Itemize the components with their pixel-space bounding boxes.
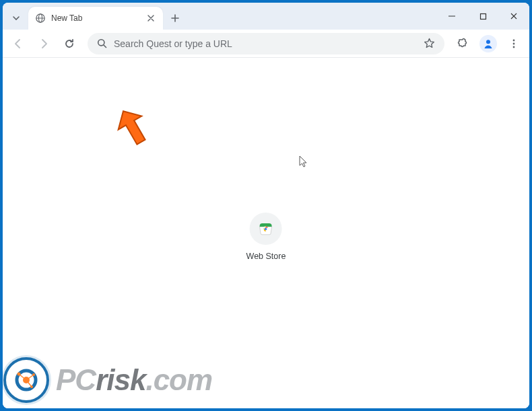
reload-icon	[63, 38, 75, 50]
globe-icon	[35, 13, 46, 24]
nav-reload-button[interactable]	[58, 32, 81, 55]
plus-icon	[170, 13, 180, 23]
svg-rect-4	[480, 13, 486, 19]
mouse-cursor	[299, 155, 308, 169]
watermark-badge-icon	[3, 357, 49, 403]
menu-button[interactable]	[502, 32, 525, 55]
window-close-button[interactable]	[498, 3, 529, 30]
profile-button[interactable]	[477, 32, 500, 55]
chrome-store-icon	[259, 221, 273, 236]
puzzle-icon	[457, 38, 469, 50]
person-icon	[482, 38, 494, 50]
tab-close-button[interactable]	[145, 13, 156, 24]
kebab-menu-icon	[508, 38, 519, 49]
star-icon	[424, 38, 435, 49]
page-content: Web Store	[3, 58, 529, 408]
shortcut-label: Web Store	[246, 252, 286, 261]
nav-forward-button[interactable]	[32, 32, 55, 55]
svg-point-12	[265, 228, 267, 231]
tab-search-dropdown[interactable]	[7, 8, 26, 28]
nav-back-button[interactable]	[7, 32, 30, 55]
minimize-icon	[448, 12, 456, 20]
close-icon	[510, 12, 518, 20]
svg-line-6	[104, 45, 106, 48]
window-minimize-button[interactable]	[436, 3, 467, 30]
omnibox[interactable]	[88, 33, 444, 54]
watermark-logo: PCrisk.com	[3, 357, 212, 403]
svg-point-9	[513, 42, 515, 44]
svg-point-7	[486, 40, 490, 44]
annotation-arrow	[110, 106, 151, 153]
omnibox-input[interactable]	[114, 38, 417, 49]
maximize-icon	[479, 13, 487, 20]
svg-point-8	[513, 39, 515, 41]
tab-title: New Tab	[51, 13, 140, 23]
close-icon	[147, 15, 154, 22]
arrow-left-icon	[12, 38, 24, 50]
arrow-right-icon	[38, 38, 50, 50]
avatar	[479, 35, 497, 52]
shortcut-web-store[interactable]: Web Store	[246, 213, 286, 261]
search-icon	[97, 38, 107, 48]
svg-point-10	[513, 46, 515, 48]
browser-tab[interactable]: New Tab	[28, 7, 163, 30]
chevron-down-icon	[12, 14, 20, 22]
window-maximize-button[interactable]	[467, 3, 498, 30]
new-tab-button[interactable]	[166, 9, 185, 28]
extensions-button[interactable]	[451, 32, 474, 55]
bookmark-star-button[interactable]	[424, 38, 435, 49]
watermark-text: PCrisk.com	[56, 363, 212, 397]
